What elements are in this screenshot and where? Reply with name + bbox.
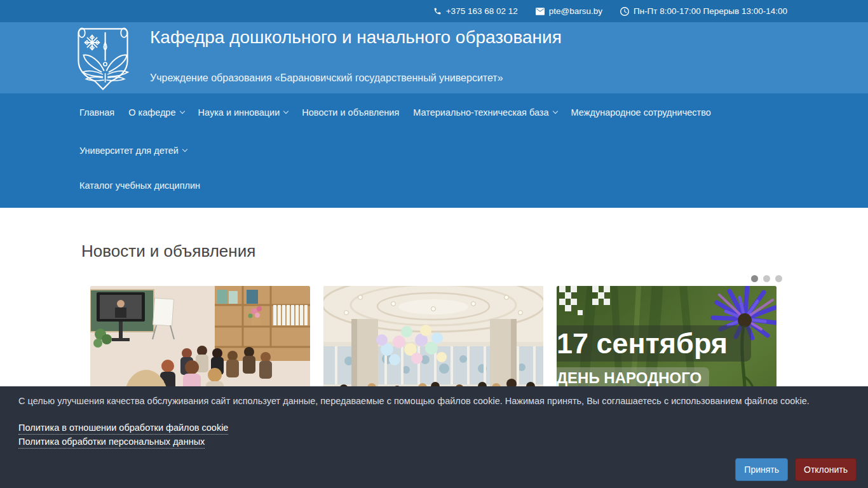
- cookie-message: С целью улучшения качества обслуживания …: [18, 395, 857, 407]
- carousel-dot-1[interactable]: [751, 275, 758, 282]
- site-header: Кафедра дошкольного и начального образов…: [0, 22, 868, 93]
- topbar-email-label: pte@barsu.by: [549, 6, 602, 16]
- envelope-icon: [536, 8, 545, 15]
- topbar-phone[interactable]: +375 163 68 02 12: [433, 6, 518, 16]
- chevron-down-icon: [283, 109, 288, 114]
- nav-item-label: Университет для детей: [79, 146, 179, 156]
- nav-item-label: Материально-техническая база: [413, 107, 548, 118]
- unity-day-date-text: 17 сентября: [557, 327, 728, 360]
- site-subtitle: Учреждение образования «Барановичский го…: [150, 72, 562, 84]
- decline-cookies-button[interactable]: Отклонить: [795, 458, 857, 481]
- nav-item-course-catalog[interactable]: Каталог учебных дисциплин: [75, 170, 205, 207]
- nav-row-2: Каталог учебных дисциплин: [75, 170, 796, 207]
- cookie-policy-link[interactable]: Политика в отношении обработки файлов co…: [18, 421, 228, 435]
- nav-row-1: Главная О кафедре Наука и инновации Ново…: [75, 93, 796, 170]
- topbar-email[interactable]: pte@barsu.by: [536, 6, 602, 16]
- main-nav: Главная О кафедре Наука и инновации Ново…: [0, 93, 868, 208]
- nav-item-about-department[interactable]: О кафедре: [124, 93, 188, 132]
- chevron-down-icon: [179, 109, 184, 114]
- nav-item-label: Наука и инновации: [198, 107, 280, 118]
- chevron-down-icon: [552, 109, 557, 114]
- site-title: Кафедра дошкольного и начального образов…: [150, 27, 562, 48]
- nav-item-international[interactable]: Международное сотрудничество: [567, 93, 715, 132]
- coat-of-arms-icon[interactable]: [74, 25, 132, 92]
- nav-item-news[interactable]: Новости и объявления: [297, 93, 403, 132]
- topbar-hours: Пн-Пт 8:00-17:00 Перерыв 13:00-14:00: [620, 6, 787, 16]
- topbar: +375 163 68 02 12 pte@barsu.by Пн-Пт 8:0…: [0, 0, 868, 22]
- topbar-hours-label: Пн-Пт 8:00-17:00 Перерыв 13:00-14:00: [634, 6, 787, 16]
- phone-icon: [433, 7, 442, 15]
- nav-item-label: Главная: [79, 107, 114, 118]
- unity-day-caption-line1: ДЕНЬ НАРОДНОГО: [557, 369, 702, 386]
- carousel-dot-3[interactable]: [775, 275, 782, 282]
- nav-item-home[interactable]: Главная: [75, 93, 119, 132]
- cookie-consent-banner: С целью улучшения качества обслуживания …: [0, 386, 868, 488]
- nav-item-label: Каталог учебных дисциплин: [79, 180, 200, 191]
- nav-item-label: Новости и объявления: [302, 107, 399, 118]
- personal-data-policy-link[interactable]: Политика обработки персональных данных: [18, 435, 205, 449]
- topbar-phone-label: +375 163 68 02 12: [446, 6, 518, 16]
- carousel-dots: [72, 261, 796, 286]
- nav-item-university-for-kids[interactable]: Университет для детей: [75, 132, 191, 170]
- nav-item-material-base[interactable]: Материально-техническая база: [409, 93, 561, 132]
- clock-icon: [620, 7, 629, 16]
- page-title: Новости и объявления: [72, 208, 796, 261]
- nav-item-science-innovation[interactable]: Наука и инновации: [194, 93, 293, 132]
- accept-cookies-button[interactable]: Принять: [735, 458, 788, 481]
- nav-item-label: О кафедре: [128, 107, 175, 118]
- nav-item-label: Международное сотрудничество: [571, 107, 711, 118]
- carousel-dot-2[interactable]: [763, 275, 770, 282]
- chevron-down-icon: [182, 147, 187, 152]
